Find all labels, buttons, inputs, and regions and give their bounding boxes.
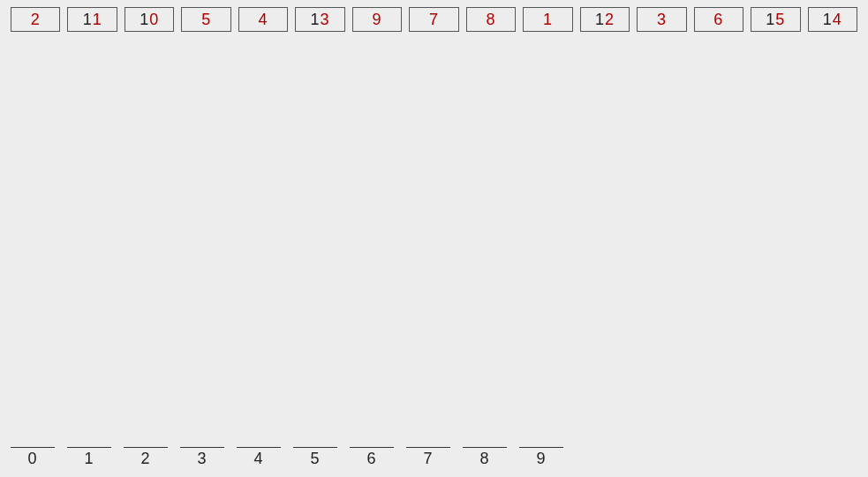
bin-slot[interactable]: 5: [293, 447, 337, 468]
card-digit: 1: [823, 11, 833, 29]
card-digit: 1: [766, 11, 775, 29]
bin-slot[interactable]: 9: [519, 447, 563, 468]
card-digit: 1: [140, 11, 149, 29]
card[interactable]: 2: [11, 7, 60, 32]
card-digit: 3: [657, 11, 667, 29]
bin-slot[interactable]: 6: [350, 447, 394, 468]
card[interactable]: 4: [238, 7, 288, 32]
bin-slot[interactable]: 0: [11, 447, 55, 468]
card[interactable]: 15: [751, 7, 800, 32]
bin-slot[interactable]: 4: [237, 447, 281, 468]
card-digit: 3: [321, 11, 330, 29]
card-digit: 6: [713, 11, 723, 29]
bin-slot[interactable]: 7: [406, 447, 450, 468]
card-digit: 2: [605, 11, 615, 29]
card-digit: 9: [373, 11, 382, 29]
card[interactable]: 9: [352, 7, 402, 32]
card-digit: 7: [429, 11, 439, 29]
card-digit: 4: [833, 11, 842, 29]
card[interactable]: 5: [181, 7, 230, 32]
card[interactable]: 8: [466, 7, 516, 32]
card-digit: 1: [595, 11, 605, 29]
card[interactable]: 14: [808, 7, 857, 32]
card-digit: 2: [31, 11, 41, 29]
card-digit: 1: [83, 11, 93, 29]
card-digit: 1: [311, 11, 321, 29]
bin-row: 0123456789: [11, 447, 563, 468]
card[interactable]: 13: [295, 7, 344, 32]
card-digit: 8: [486, 11, 495, 29]
card-digit: 4: [259, 11, 268, 29]
bin-slot[interactable]: 1: [67, 447, 111, 468]
stage: 211105413978112361514 0123456789: [0, 0, 868, 477]
card[interactable]: 11: [67, 7, 117, 32]
card-digit: 0: [149, 11, 159, 29]
card[interactable]: 7: [409, 7, 458, 32]
card-digit: 1: [543, 11, 553, 29]
card[interactable]: 3: [637, 7, 686, 32]
card-digit: 5: [201, 11, 211, 29]
bin-slot[interactable]: 3: [180, 447, 224, 468]
card-row: 211105413978112361514: [11, 7, 857, 32]
bin-slot[interactable]: 2: [124, 447, 168, 468]
card[interactable]: 1: [523, 7, 572, 32]
card-digit: 1: [93, 11, 102, 29]
card[interactable]: 12: [580, 7, 630, 32]
bin-slot[interactable]: 8: [463, 447, 507, 468]
card-digit: 5: [775, 11, 785, 29]
card[interactable]: 6: [694, 7, 743, 32]
card[interactable]: 10: [125, 7, 174, 32]
